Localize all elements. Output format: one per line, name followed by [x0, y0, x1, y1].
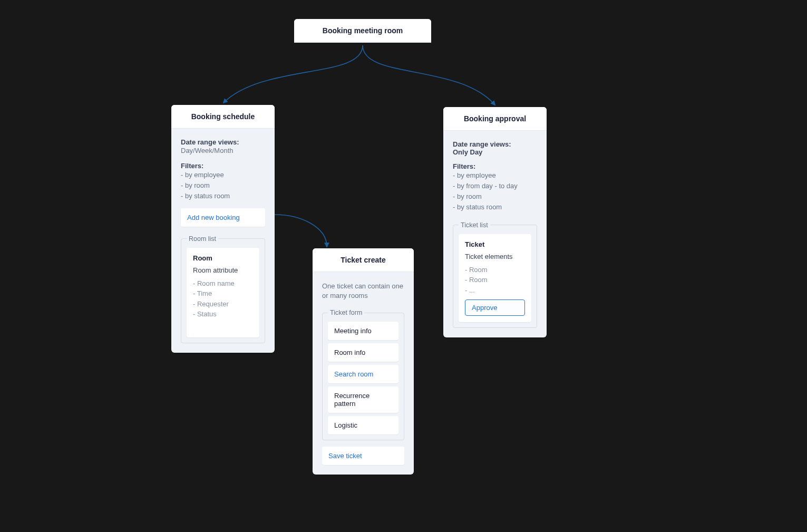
field-recurrence-pattern[interactable]: Recurrence pattern: [328, 386, 398, 413]
room-attr-item: - Time: [193, 288, 253, 299]
filter-item: - by room: [453, 191, 537, 202]
ticket-form-legend: Ticket form: [328, 309, 364, 316]
room-card-title: Room: [193, 254, 253, 262]
ticket-card-title: Ticket: [465, 240, 525, 248]
filter-item: - by from day - to day: [453, 181, 537, 191]
field-search-room[interactable]: Search room: [328, 365, 398, 383]
room-list-group: Room list Room Room attribute - Room nam…: [181, 235, 265, 343]
filter-item: - by status room: [181, 191, 265, 201]
node-body: Date range views: Only Day Filters: - by…: [443, 131, 547, 337]
diagram-canvas: Booking meeting room Booking schedule Da…: [0, 0, 807, 532]
filters-list: - by employee - by from day - to day - b…: [453, 170, 537, 213]
filter-item: - by employee: [453, 170, 537, 181]
ticket-card[interactable]: Ticket Ticket elements - Room - Room - .…: [459, 234, 531, 323]
node-title: Booking approval: [443, 107, 547, 131]
filters-list: - by employee - by room - by status room: [181, 170, 265, 201]
node-title: Booking schedule: [171, 105, 275, 129]
room-attr-label: Room attribute: [193, 266, 253, 274]
field-logistic[interactable]: Logistic: [328, 416, 398, 434]
ticket-list-group: Ticket list Ticket Ticket elements - Roo…: [453, 221, 537, 328]
room-attr-item: - Requester: [193, 299, 253, 309]
node-booking-meeting-room[interactable]: Booking meeting room: [294, 19, 431, 43]
node-body: One ticket can contain one or many rooms…: [313, 272, 414, 475]
node-title: Ticket create: [313, 248, 414, 272]
ticket-element-item: - Room: [465, 275, 525, 285]
approve-button[interactable]: Approve: [465, 299, 525, 316]
date-range-value: Only Day: [453, 148, 537, 156]
ticket-description: One ticket can contain one or many rooms: [322, 282, 404, 301]
room-list-legend: Room list: [187, 235, 218, 243]
ticket-element-item: - ...: [465, 285, 525, 296]
filter-item: - by status room: [453, 202, 537, 212]
filter-item: - by room: [181, 180, 265, 191]
node-booking-approval[interactable]: Booking approval Date range views: Only …: [443, 107, 547, 337]
ticket-elements-label: Ticket elements: [465, 253, 525, 260]
field-room-info[interactable]: Room info: [328, 343, 398, 362]
node-ticket-create[interactable]: Ticket create One ticket can contain one…: [313, 248, 414, 475]
node-title: Booking meeting room: [294, 19, 431, 43]
ticket-element-item: - Room: [465, 265, 525, 275]
field-meeting-info[interactable]: Meeting info: [328, 322, 398, 340]
date-range-label: Date range views:: [181, 138, 265, 146]
node-booking-schedule[interactable]: Booking schedule Date range views: Day/W…: [171, 105, 275, 353]
date-range-value: Day/Week/Month: [181, 146, 265, 156]
room-card[interactable]: Room Room attribute - Room name - Time -…: [187, 248, 259, 337]
ticket-list-legend: Ticket list: [459, 221, 490, 229]
filters-label: Filters:: [453, 162, 537, 170]
add-booking-button[interactable]: Add new booking: [181, 208, 265, 227]
node-body: Date range views: Day/Week/Month Filters…: [171, 129, 275, 353]
ticket-form-group: Ticket form Meeting info Room info Searc…: [322, 309, 404, 440]
room-attr-item: - Room name: [193, 278, 253, 289]
room-attr-item: - Status: [193, 309, 253, 320]
save-ticket-button[interactable]: Save ticket: [322, 447, 404, 465]
date-range-label: Date range views:: [453, 140, 537, 148]
filter-item: - by employee: [181, 170, 265, 180]
filters-label: Filters:: [181, 162, 265, 170]
